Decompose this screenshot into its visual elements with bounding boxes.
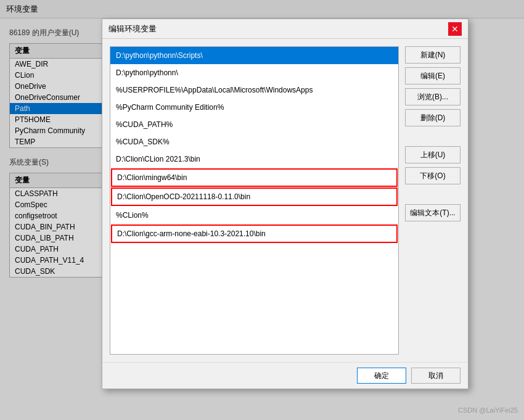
dialog-footer: 确定 取消	[102, 362, 468, 389]
edit-text-button[interactable]: 编辑文本(T)...	[405, 204, 461, 221]
ok-button[interactable]: 确定	[357, 368, 406, 384]
path-item-9[interactable]: %CLion%	[110, 207, 398, 224]
dialog-title: 编辑环境变量	[108, 23, 157, 35]
path-item-10[interactable]: D:\Clion\gcc-arm-none-eabi-10.3-2021.10\…	[111, 224, 398, 243]
path-item-2[interactable]: %USERPROFILE%\AppData\Local\Microsoft\Wi…	[110, 81, 398, 99]
path-item-6[interactable]: D:\Clion\CLion 2021.3\bin	[110, 150, 398, 168]
path-item-7[interactable]: D:\Clion\mingw64\bin	[111, 168, 398, 187]
delete-button[interactable]: 删除(D)	[405, 109, 461, 126]
edit-button[interactable]: 编辑(E)	[405, 67, 461, 84]
path-item-4[interactable]: %CUDA_PATH%	[110, 116, 398, 133]
watermark: CSDN @LaiYiFei25	[458, 406, 518, 414]
move-up-button[interactable]: 上移(U)	[405, 146, 461, 163]
dialog-body: D:\python\pythonn\Scripts\ D:\python\pyt…	[102, 39, 468, 362]
browse-button[interactable]: 浏览(B)...	[405, 88, 461, 105]
edit-env-dialog: 编辑环境变量 ✕ D:\python\pythonn\Scripts\ D:\p…	[102, 19, 469, 389]
path-item-3[interactable]: %PyCharm Community Edition%	[110, 99, 398, 116]
button-spacer-2	[405, 188, 461, 200]
cancel-button[interactable]: 取消	[411, 368, 461, 384]
path-list[interactable]: D:\python\pythonn\Scripts\ D:\python\pyt…	[110, 46, 399, 355]
new-button[interactable]: 新建(N)	[405, 46, 461, 64]
dialog-close-button[interactable]: ✕	[448, 22, 462, 36]
path-item-5[interactable]: %CUDA_SDK%	[110, 133, 398, 150]
path-item-8[interactable]: D:\Clion\OpenOCD-20211118-0.11.0\bin	[111, 187, 398, 206]
path-item-0[interactable]: D:\python\pythonn\Scripts\	[110, 47, 398, 64]
path-item-1[interactable]: D:\python\pythonn\	[110, 64, 398, 81]
button-spacer	[405, 130, 461, 142]
move-down-button[interactable]: 下移(O)	[405, 167, 461, 184]
dialog-titlebar: 编辑环境变量 ✕	[102, 19, 468, 39]
action-buttons: 新建(N) 编辑(E) 浏览(B)... 删除(D) 上移(U) 下移(O) 编…	[405, 46, 461, 355]
